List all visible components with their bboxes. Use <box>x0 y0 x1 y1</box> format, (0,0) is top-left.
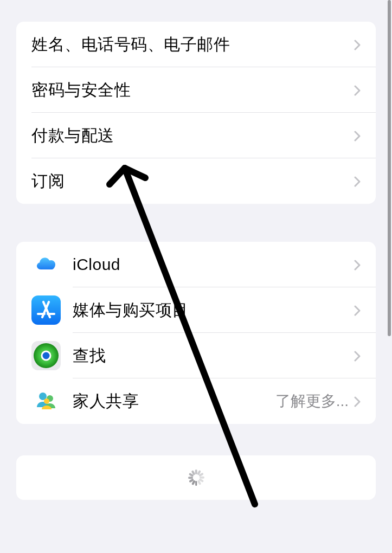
services-section: iCloud 媒体与购买项目 <box>16 242 376 424</box>
find-my-row[interactable]: 查找 <box>16 333 376 378</box>
payment-shipping-row[interactable]: 付款与配送 <box>16 113 376 158</box>
svg-point-5 <box>44 398 49 404</box>
appstore-icon <box>31 295 61 325</box>
row-label: 付款与配送 <box>31 125 354 147</box>
chevron-right-icon <box>354 131 364 140</box>
chevron-right-icon <box>354 40 364 49</box>
chevron-right-icon <box>354 85 364 95</box>
family-icon <box>31 387 61 416</box>
family-sharing-row[interactable]: 家人共享 了解更多... <box>16 378 376 424</box>
row-detail: 了解更多... <box>275 391 349 411</box>
row-label: 密码与安全性 <box>31 79 354 101</box>
row-label: iCloud <box>73 255 354 274</box>
loading-section <box>16 455 376 500</box>
icloud-icon <box>31 250 61 279</box>
findmy-icon <box>31 341 61 370</box>
icloud-row[interactable]: iCloud <box>16 242 376 287</box>
media-purchases-row[interactable]: 媒体与购买项目 <box>16 287 376 333</box>
chevron-right-icon <box>354 396 364 406</box>
account-section: 姓名、电话号码、电子邮件 密码与安全性 付款与配送 订阅 <box>16 22 376 204</box>
chevron-right-icon <box>354 351 364 361</box>
settings-container: 姓名、电话号码、电子邮件 密码与安全性 付款与配送 订阅 <box>0 22 392 500</box>
chevron-right-icon <box>354 176 364 186</box>
spinner-icon <box>188 470 204 486</box>
name-phone-email-row[interactable]: 姓名、电话号码、电子邮件 <box>16 22 376 67</box>
chevron-right-icon <box>354 305 364 315</box>
scrollbar[interactable] <box>388 0 391 336</box>
password-security-row[interactable]: 密码与安全性 <box>16 67 376 113</box>
row-label: 媒体与购买项目 <box>73 299 354 321</box>
subscriptions-row[interactable]: 订阅 <box>16 158 376 204</box>
row-label: 订阅 <box>31 170 354 192</box>
row-label: 家人共享 <box>73 390 275 413</box>
row-label: 姓名、电话号码、电子邮件 <box>31 34 354 56</box>
chevron-right-icon <box>354 260 364 269</box>
row-label: 查找 <box>73 345 354 367</box>
